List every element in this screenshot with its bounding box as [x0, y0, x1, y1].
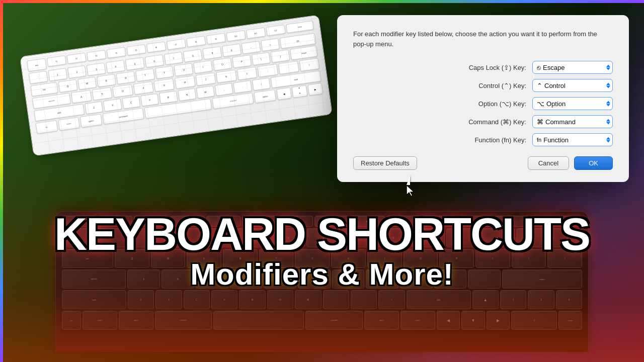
arrow-down-icon [606, 68, 610, 70]
key-3: 3 [87, 62, 106, 76]
key-return: return [290, 45, 317, 60]
select-arrows-caps[interactable] [606, 65, 610, 70]
key-caps: caps lock [32, 93, 71, 109]
key-tab: tab [30, 82, 58, 97]
key-a: A [71, 90, 92, 104]
select-arrows-fn[interactable] [606, 137, 610, 143]
caps-lock-select[interactable]: ⎋ Escape [532, 61, 613, 74]
command-row: Command (⌘) Key: ⌘ Command [353, 115, 613, 128]
key-7: 7 [164, 52, 184, 65]
key-f12: f12 [266, 25, 285, 36]
key-5: 5 [125, 57, 145, 71]
arrow-up-icon [606, 137, 610, 140]
key-o: O [213, 57, 232, 71]
select-arrows-opt[interactable] [606, 101, 610, 107]
key-minus: - [241, 41, 261, 54]
option-value: Option [546, 100, 608, 108]
dialog-description: For each modifier key listed below, choo… [353, 29, 605, 49]
command-select[interactable]: ⌘ Command [532, 115, 613, 128]
key-f11: f11 [246, 27, 266, 39]
key-updown: ▲ ▼ [292, 85, 307, 98]
white-keyboard-body: esc f1 f2 f3 f4 f5 f6 f7 f8 f9 f10 f11 f… [20, 15, 333, 156]
ok-button[interactable]: OK [574, 156, 613, 170]
modifier-keys-dialog: For each modifier key listed below, choo… [337, 15, 629, 182]
key-l: L [236, 67, 257, 80]
key-backtick: ` [29, 71, 48, 84]
key-n: N [178, 88, 196, 102]
key-4: 4 [106, 60, 125, 73]
key-cmd-r: command [212, 93, 254, 109]
key-c: C [122, 96, 140, 109]
key-shift-l: shift [34, 104, 85, 122]
key-w: W [77, 76, 97, 90]
key-f9: f9 [206, 33, 225, 45]
control-select[interactable]: ⌃ Control [532, 79, 613, 92]
arrow-down-icon [606, 104, 610, 107]
select-arrows-cmd[interactable] [606, 119, 610, 125]
key-j: J [195, 72, 216, 86]
key-semicolon: ; [258, 64, 278, 77]
key-9: 9 [203, 46, 222, 60]
key-f: F [133, 81, 154, 95]
key-i: I [193, 60, 213, 74]
key-left: ◀ [276, 87, 292, 100]
key-f2: f2 [66, 53, 86, 64]
key-opt-r: option [254, 89, 276, 104]
key-f10: f10 [226, 30, 246, 42]
restore-defaults-button[interactable]: Restore Defaults [353, 156, 417, 170]
key-t: T [135, 68, 155, 82]
key-del: delete [286, 21, 314, 33]
key-shift-r: shift [271, 70, 321, 88]
key-2: 2 [67, 65, 87, 79]
key-equal: = [261, 38, 280, 52]
option-icon: ⌥ [537, 100, 544, 108]
option-row: Option (⌥) Key: ⌥ Option [353, 97, 613, 110]
key-k: K [216, 69, 236, 83]
key-f5: f5 [126, 44, 146, 56]
arrow-down-icon [606, 140, 610, 143]
key-space [144, 99, 212, 119]
arrow-up-icon [606, 119, 610, 122]
key-d: D [112, 84, 133, 98]
key-f3: f3 [87, 50, 106, 61]
key-v: V [140, 93, 159, 107]
select-arrows-ctrl[interactable] [606, 83, 610, 88]
top-color-bar [0, 0, 644, 3]
key-h: H [175, 75, 195, 89]
command-value: Command [545, 118, 608, 126]
key-f8: f8 [186, 36, 206, 47]
escape-icon: ⎋ [537, 64, 541, 71]
key-esc: esc [27, 58, 47, 72]
left-color-bar [0, 0, 3, 362]
key-6: 6 [144, 54, 164, 68]
key-0: 0 [222, 44, 242, 57]
title-sub: Modifiers & More! [0, 257, 644, 292]
key-y: Y [154, 66, 174, 79]
key-cmd-l: command [102, 108, 144, 125]
control-icon: ⌃ [537, 82, 542, 89]
key-quote: ' [278, 61, 299, 74]
key-rbracket: ] [271, 49, 290, 63]
key-f4: f4 [107, 47, 126, 58]
key-r: R [116, 71, 136, 84]
fn-icon-display: fn [537, 137, 541, 143]
key-x: X [103, 99, 122, 112]
cancel-button[interactable]: Cancel [528, 156, 569, 170]
arrow-down-icon [606, 122, 610, 125]
key-lbracket: [ [252, 52, 271, 66]
key-s: S [92, 87, 112, 101]
option-select[interactable]: ⌥ Option [532, 97, 613, 110]
key-backslash: \ [299, 58, 319, 71]
function-select[interactable]: fn Function [532, 133, 613, 146]
key-1: 1 [48, 68, 67, 81]
function-row: Function (fn) Key: fn Function [353, 133, 613, 146]
key-e: E [97, 74, 116, 87]
key-period: . [233, 80, 252, 94]
arrow-up-icon [606, 101, 610, 104]
key-b: B [159, 90, 178, 104]
control-label: Control (⌃) Key: [431, 82, 526, 89]
key-opt: option [80, 114, 102, 128]
option-label: Option (⌥) Key: [431, 100, 526, 108]
title-overlay: KEYBOARD SHORTCUTS Modifiers & More! [0, 212, 644, 292]
key-g: G [154, 78, 175, 92]
